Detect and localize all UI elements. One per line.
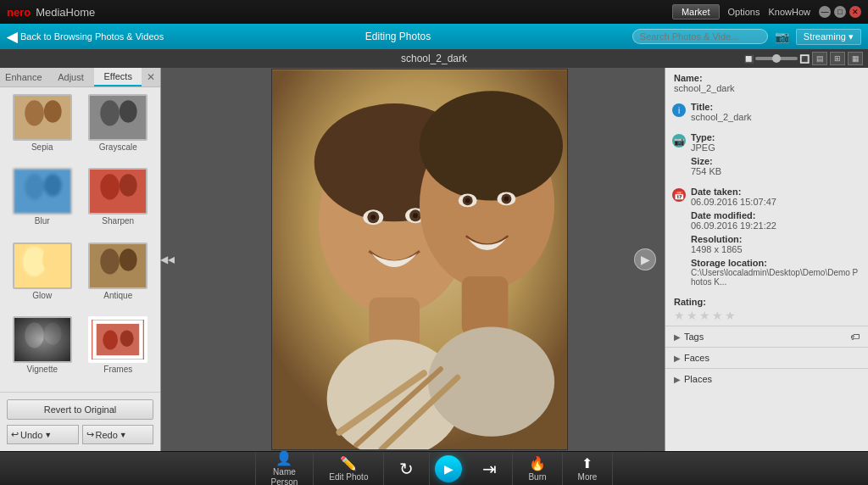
star-5[interactable]: ★ — [725, 309, 736, 322]
back-button[interactable]: ◀ Back to Browsing Photos & Videos — [7, 29, 164, 45]
effect-tabs: Enhance Adjust Effects ✕ — [0, 68, 160, 87]
more-label: More — [578, 472, 598, 482]
tab-enhance[interactable]: Enhance — [0, 68, 47, 86]
zoom-in-icon: 🔳 — [799, 54, 810, 64]
name-label: Name: — [674, 73, 860, 83]
undo-button[interactable]: ↩ Undo ▼ — [7, 425, 79, 444]
name-person-label2: Person — [271, 477, 298, 485]
effect-label-blur: Blur — [35, 216, 50, 226]
minimize-button[interactable]: — — [819, 6, 831, 18]
forward-button[interactable]: ⇥ — [467, 452, 513, 486]
effect-label-antique: Antique — [103, 291, 132, 300]
type-label: Type: — [691, 132, 861, 142]
star-1[interactable]: ★ — [674, 309, 685, 322]
effect-antique[interactable]: Antique — [83, 242, 154, 311]
name-person-button[interactable]: 👤 Name Person — [255, 452, 314, 486]
effect-blur[interactable]: Blur — [7, 168, 78, 237]
title-content: Title: school_2_dark — [691, 102, 861, 125]
redo-icon: ↪ — [86, 429, 94, 440]
storage-label: Storage location: — [691, 258, 861, 268]
view-mode-1-button[interactable]: ▤ — [812, 52, 827, 65]
effect-thumb-grayscale — [88, 94, 147, 141]
nav-title: Editing Photos — [170, 31, 626, 42]
next-photo-button[interactable]: ▶ — [634, 248, 656, 270]
effect-sepia[interactable]: Sepia — [7, 94, 78, 163]
title-bar-right: Market Options KnowHow — □ ✕ — [672, 4, 861, 20]
date-modified-value: 06.09.2016 19:21:22 — [691, 220, 861, 231]
options-button[interactable]: Options — [728, 7, 760, 17]
metadata-type-row: 📷 Type: JPEG Size: 754 KB — [665, 129, 868, 183]
close-button[interactable]: ✕ — [849, 6, 861, 18]
name-person-icon: 👤 — [275, 450, 292, 466]
view-mode-3-button[interactable]: ▦ — [848, 52, 863, 65]
rotate-button[interactable]: ↻ — [384, 452, 430, 486]
effect-frames[interactable]: Frames — [83, 316, 154, 385]
svg-point-13 — [23, 247, 45, 276]
tab-close-button[interactable]: ✕ — [142, 68, 160, 86]
effects-panel: Enhance Adjust Effects ✕ Sepia — [0, 68, 161, 451]
svg-rect-22 — [92, 319, 144, 360]
effect-label-grayscale: Grayscale — [99, 142, 137, 152]
places-section[interactable]: ▶ Places — [665, 368, 868, 389]
panel-toggle-icon: ◀◀ — [160, 254, 175, 265]
star-3[interactable]: ★ — [699, 309, 710, 322]
revert-button[interactable]: Revert to Original — [7, 399, 153, 420]
market-button[interactable]: Market — [672, 4, 720, 20]
play-button[interactable]: ▶ — [435, 455, 462, 482]
rotate-icon: ↻ — [399, 459, 414, 479]
metadata-title-row: i Title: school_2_dark — [665, 98, 868, 129]
slider-track[interactable] — [755, 57, 798, 60]
name-person-label: Name — [273, 467, 296, 477]
rating-label: Rating: — [674, 297, 860, 307]
effect-grayscale[interactable]: Grayscale — [83, 94, 154, 163]
edit-photo-label: Edit Photo — [329, 472, 368, 482]
effect-thumb-vignette — [13, 316, 72, 363]
svg-point-17 — [120, 248, 137, 270]
faces-section[interactable]: ▶ Faces — [665, 347, 868, 368]
back-label: Back to Browsing Photos & Videos — [20, 31, 164, 42]
photo-display — [271, 69, 568, 450]
edit-photo-button[interactable]: ✏️ Edit Photo — [314, 452, 384, 486]
svg-point-24 — [103, 330, 119, 349]
effect-label-frames: Frames — [103, 365, 132, 374]
zoom-out-icon: 🔲 — [743, 54, 754, 64]
star-2[interactable]: ★ — [687, 309, 698, 322]
metadata-name: Name: school_2_dark — [665, 68, 868, 98]
panel-toggle[interactable]: ◀◀ — [161, 68, 175, 451]
title-label: Title: — [691, 102, 861, 112]
effect-vignette[interactable]: Vignette — [7, 316, 78, 385]
star-4[interactable]: ★ — [712, 309, 723, 322]
svg-point-4 — [101, 100, 120, 125]
tags-add-icon[interactable]: 🏷 — [850, 332, 860, 342]
rating-stars[interactable]: ★ ★ ★ ★ ★ — [674, 309, 860, 322]
svg-point-16 — [101, 248, 120, 274]
svg-point-1 — [25, 100, 44, 125]
metadata-date-row: 📅 Date taken: 06.09.2016 15:07:47 Date m… — [665, 183, 868, 293]
effect-label-vignette: Vignette — [26, 365, 58, 374]
burn-label: Burn — [528, 472, 546, 482]
maximize-button[interactable]: □ — [834, 6, 846, 18]
bottom-toolbar: 👤 Name Person ✏️ Edit Photo ↻ ▶ ⇥ 🔥 Burn… — [0, 451, 868, 485]
zoom-slider: 🔲 🔳 — [743, 54, 810, 64]
redo-button[interactable]: ↪ Redo ▼ — [82, 425, 154, 444]
effect-glow[interactable]: Glow — [7, 242, 78, 311]
tags-section[interactable]: ▶ Tags 🏷 — [665, 326, 868, 347]
undo-redo-controls: ↩ Undo ▼ ↪ Redo ▼ — [7, 425, 153, 444]
tab-effects[interactable]: Effects — [94, 68, 142, 86]
play-icon: ▶ — [444, 462, 453, 476]
burn-button[interactable]: 🔥 Burn — [513, 452, 562, 486]
view-mode-2-button[interactable]: ⊞ — [830, 52, 845, 65]
nero-logo: nero — [7, 6, 31, 19]
window-controls: — □ ✕ — [819, 6, 861, 18]
streaming-button[interactable]: Streaming ▾ — [796, 29, 861, 45]
tab-adjust[interactable]: Adjust — [47, 68, 95, 86]
search-input[interactable] — [632, 29, 768, 44]
edit-photo-icon: ✏️ — [340, 455, 357, 471]
knowhow-button[interactable]: KnowHow — [768, 7, 810, 17]
forward-icon: ⇥ — [482, 459, 497, 479]
tags-label: Tags — [684, 332, 704, 342]
more-button[interactable]: ⬆ More — [563, 452, 614, 486]
size-value: 754 KB — [691, 166, 861, 176]
effect-sharpen[interactable]: Sharpen — [83, 168, 154, 237]
faces-label: Faces — [684, 353, 709, 363]
